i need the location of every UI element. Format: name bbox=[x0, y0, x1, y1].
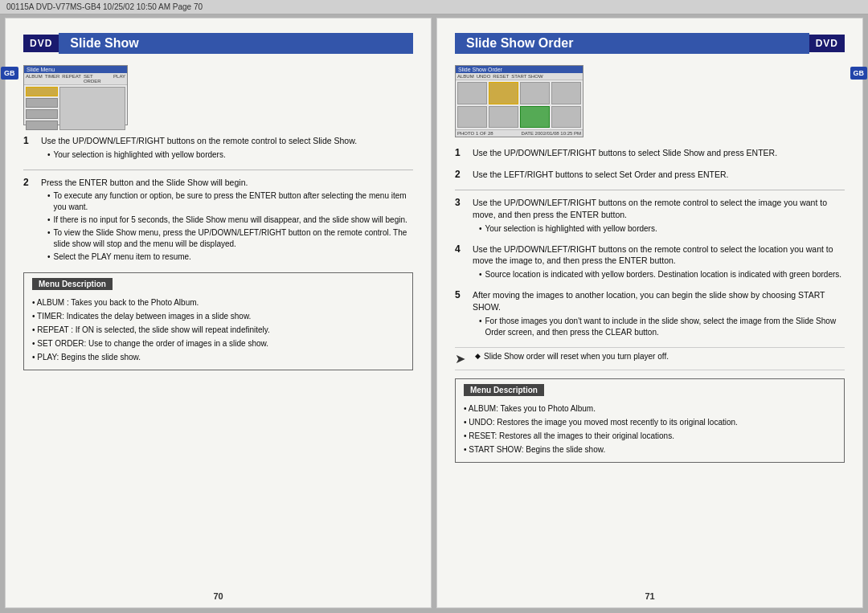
right-step-5: 5 After moving the images to another loc… bbox=[455, 289, 845, 339]
right-step-3: 3 Use the UP/DOWN/LEFT/RIGHT buttons on … bbox=[455, 197, 845, 235]
right-page: GB Slide Show Order DVD Slide Show Order… bbox=[436, 18, 863, 608]
step-2: 2 Press the ENTER button and the Slide S… bbox=[23, 177, 413, 265]
left-page-number: 70 bbox=[213, 591, 223, 601]
left-page-title: Slide Show bbox=[59, 33, 413, 54]
right-page-number: 71 bbox=[645, 591, 654, 601]
gb-badge-right: GB bbox=[850, 67, 868, 80]
right-screen-mockup: Slide Show Order ALBUM UNDO RESET START … bbox=[455, 65, 583, 137]
right-page-header: Slide Show Order DVD bbox=[455, 33, 845, 54]
left-screen-mockup: Slide Menu ALBUM TIMER REPEAT SET ORDER … bbox=[23, 65, 128, 125]
dvd-badge-left: DVD bbox=[23, 35, 59, 52]
gb-badge-left: GB bbox=[1, 67, 18, 80]
right-page-title: Slide Show Order bbox=[455, 33, 809, 54]
step-1: 1 Use the UP/DOWN/LEFT/RIGHT buttons on … bbox=[23, 135, 413, 162]
note-arrow-icon: ➤ bbox=[455, 351, 465, 366]
right-step-2: 2 Use the LEFT/RIGHT buttons to select S… bbox=[455, 169, 845, 183]
left-menu-description: Menu Description • ALBUM : Takes you bac… bbox=[23, 272, 413, 370]
right-step-4: 4 Use the UP/DOWN/LEFT/RIGHT buttons on … bbox=[455, 243, 845, 282]
right-menu-description: Menu Description • ALBUM: Takes you to P… bbox=[455, 378, 845, 463]
left-page: GB DVD Slide Show Slide Menu ALBUM TIMER… bbox=[5, 18, 432, 608]
dvd-badge-right: DVD bbox=[809, 35, 845, 52]
slide-show-note: ➤ Slide Show order will reset when you t… bbox=[455, 347, 845, 370]
top-bar: 00115A DVD-V77MS-GB4 10/25/02 10:50 AM P… bbox=[0, 0, 868, 14]
right-step-1: 1 Use the UP/DOWN/LEFT/RIGHT buttons to … bbox=[455, 147, 845, 161]
left-page-header: DVD Slide Show bbox=[23, 33, 413, 54]
